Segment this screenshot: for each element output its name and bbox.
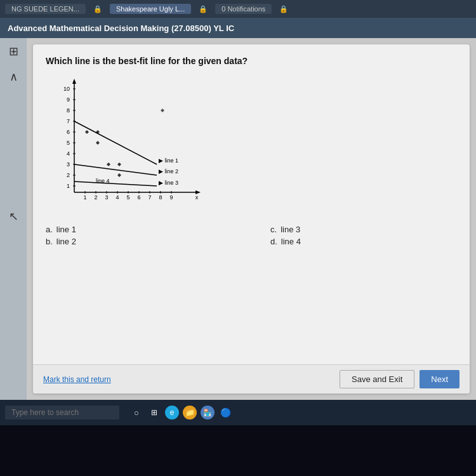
svg-marker-43 xyxy=(85,130,89,134)
mark-return-link[interactable]: Mark this and return xyxy=(43,375,111,384)
answer-d-text: line 4 xyxy=(281,237,301,246)
svg-text:8: 8 xyxy=(67,107,70,114)
search-taskbar-icon[interactable]: ○ xyxy=(129,406,143,420)
svg-marker-49 xyxy=(161,109,164,112)
folder-icon[interactable]: 📁 xyxy=(183,406,197,420)
svg-text:10: 10 xyxy=(63,86,70,92)
question-text: Which line is the best-fit line for the … xyxy=(46,56,457,66)
answer-a-text: line 1 xyxy=(56,225,76,234)
answer-a-letter: a. xyxy=(46,225,53,234)
answer-option-c[interactable]: c. line 3 xyxy=(270,225,457,234)
svg-text:4: 4 xyxy=(116,194,119,201)
content-panel: Which line is the best-fit line for the … xyxy=(33,44,470,393)
svg-text:6: 6 xyxy=(67,129,70,135)
svg-text:8: 8 xyxy=(159,194,162,201)
answer-b-letter: b. xyxy=(46,237,53,246)
svg-text:1: 1 xyxy=(83,194,86,201)
svg-text:7: 7 xyxy=(148,194,151,201)
save-exit-button[interactable]: Save and Exit xyxy=(340,370,414,388)
calculator-icon[interactable]: ⊞ xyxy=(9,44,18,58)
left-sidebar: ⊞ ∧ ↖ xyxy=(0,38,27,400)
svg-marker-2 xyxy=(72,79,76,84)
main-area: ⊞ ∧ ↖ Which line is the best-fit line fo… xyxy=(0,38,476,400)
svg-text:3: 3 xyxy=(105,194,108,201)
svg-text:▶ line 2: ▶ line 2 xyxy=(159,168,178,175)
dark-strip xyxy=(0,425,476,476)
page-title: Advanced Mathematical Decision Making (2… xyxy=(8,23,234,33)
svg-text:2: 2 xyxy=(94,194,97,201)
bottom-taskbar: ○ ⊞ e 📁 🏪 🔵 xyxy=(0,400,476,425)
tab-notifications[interactable]: 0 Notifications xyxy=(215,4,272,14)
svg-text:6: 6 xyxy=(137,194,140,201)
answer-c-text: line 3 xyxy=(281,225,300,234)
svg-text:line 4: line 4 xyxy=(96,178,110,184)
svg-text:▶ line 3: ▶ line 3 xyxy=(159,180,178,186)
tab-suede[interactable]: NG SUEDE LEGEN... xyxy=(5,4,86,14)
svg-text:5: 5 xyxy=(67,140,70,146)
svg-text:1: 1 xyxy=(67,183,70,189)
tab-shakespeare[interactable]: Shakespeare Ugly L... xyxy=(110,4,191,14)
svg-text:4: 4 xyxy=(67,150,70,157)
svg-line-52 xyxy=(74,164,157,175)
svg-text:9: 9 xyxy=(67,96,70,103)
action-bar: Mark this and return Save and Exit Next xyxy=(33,364,470,393)
chrome-icon[interactable]: 🔵 xyxy=(218,406,232,420)
svg-marker-46 xyxy=(107,162,110,166)
store-icon[interactable]: 🏪 xyxy=(201,406,215,420)
taskbar-icons: ○ ⊞ e 📁 🏪 🔵 xyxy=(129,406,232,420)
next-button[interactable]: Next xyxy=(420,370,459,388)
top-taskbar: NG SUEDE LEGEN... 🔒 Shakespeare Ugly L..… xyxy=(0,0,476,18)
svg-text:5: 5 xyxy=(126,194,129,201)
svg-text:9: 9 xyxy=(169,194,173,201)
search-input[interactable] xyxy=(5,406,119,420)
svg-text:2: 2 xyxy=(67,172,70,178)
svg-marker-48 xyxy=(117,173,121,177)
svg-text:x: x xyxy=(195,194,199,201)
svg-marker-45 xyxy=(96,141,100,145)
svg-text:7: 7 xyxy=(67,118,70,124)
svg-line-50 xyxy=(74,121,157,164)
answer-b-text: line 2 xyxy=(56,237,76,246)
edge-icon[interactable]: e xyxy=(165,406,179,420)
task-view-icon[interactable]: ⊞ xyxy=(147,406,161,420)
answer-option-a[interactable]: a. line 1 xyxy=(46,225,232,234)
svg-text:3: 3 xyxy=(67,161,70,168)
svg-line-54 xyxy=(74,182,157,186)
answer-option-d[interactable]: d. line 4 xyxy=(270,237,457,246)
answer-c-letter: c. xyxy=(270,225,277,234)
svg-text:▶ line 1: ▶ line 1 xyxy=(159,157,178,164)
pointer-icon[interactable]: ↖ xyxy=(9,209,18,223)
action-buttons: Save and Exit Next xyxy=(340,370,459,388)
header-bar: Advanced Mathematical Decision Making (2… xyxy=(0,18,476,38)
answer-d-letter: d. xyxy=(270,237,277,246)
graph-container: 10 9 8 7 6 5 4 3 2 1 xyxy=(46,75,211,215)
answer-option-b[interactable]: b. line 2 xyxy=(46,237,232,246)
up-arrow-icon[interactable]: ∧ xyxy=(10,70,18,84)
answer-grid: a. line 1 c. line 3 b. line 2 d. line 4 xyxy=(46,225,457,246)
svg-marker-47 xyxy=(117,162,121,166)
